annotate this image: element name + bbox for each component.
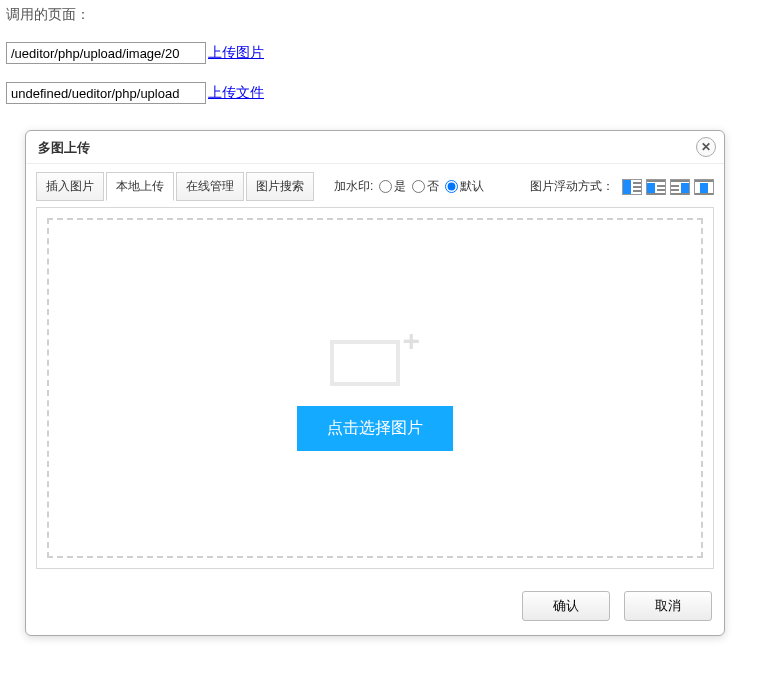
tab-online-manage[interactable]: 在线管理 <box>176 172 244 201</box>
watermark-default-radio[interactable] <box>445 180 458 193</box>
tab-insert-image[interactable]: 插入图片 <box>36 172 104 201</box>
image-path-input[interactable] <box>6 42 206 64</box>
tab-image-search[interactable]: 图片搜索 <box>246 172 314 201</box>
close-button[interactable]: ✕ <box>696 137 716 157</box>
dialog-title: 多图上传 <box>38 140 90 155</box>
watermark-yes[interactable]: 是 <box>379 178 406 195</box>
close-icon: ✕ <box>701 140 711 154</box>
watermark-default-text: 默认 <box>460 178 484 195</box>
float-right-icon[interactable] <box>670 179 690 195</box>
watermark-label: 加水印: <box>334 178 373 195</box>
cancel-button[interactable]: 取消 <box>624 591 712 621</box>
float-left-icon[interactable] <box>646 179 666 195</box>
multi-upload-dialog: 多图上传 ✕ 插入图片 本地上传 在线管理 图片搜索 加水印: 是 否 <box>25 130 725 636</box>
pick-image-button[interactable]: 点击选择图片 <box>297 406 453 451</box>
watermark-no-radio[interactable] <box>412 180 425 193</box>
watermark-default[interactable]: 默认 <box>445 178 484 195</box>
ok-button[interactable]: 确认 <box>522 591 610 621</box>
drop-zone[interactable]: + 点击选择图片 <box>47 218 703 558</box>
file-path-input[interactable] <box>6 82 206 104</box>
image-placeholder-icon: + <box>330 326 420 386</box>
watermark-yes-radio[interactable] <box>379 180 392 193</box>
float-center-icon[interactable] <box>694 179 714 195</box>
upload-file-link[interactable]: 上传文件 <box>208 84 264 102</box>
watermark-yes-text: 是 <box>394 178 406 195</box>
upload-panel: + 点击选择图片 <box>36 207 714 569</box>
float-none-icon[interactable] <box>622 179 642 195</box>
watermark-no[interactable]: 否 <box>412 178 439 195</box>
float-mode-label: 图片浮动方式： <box>530 178 614 195</box>
upload-image-link[interactable]: 上传图片 <box>208 44 264 62</box>
tab-local-upload[interactable]: 本地上传 <box>106 172 174 201</box>
watermark-no-text: 否 <box>427 178 439 195</box>
page-header-label: 调用的页面： <box>6 6 780 24</box>
